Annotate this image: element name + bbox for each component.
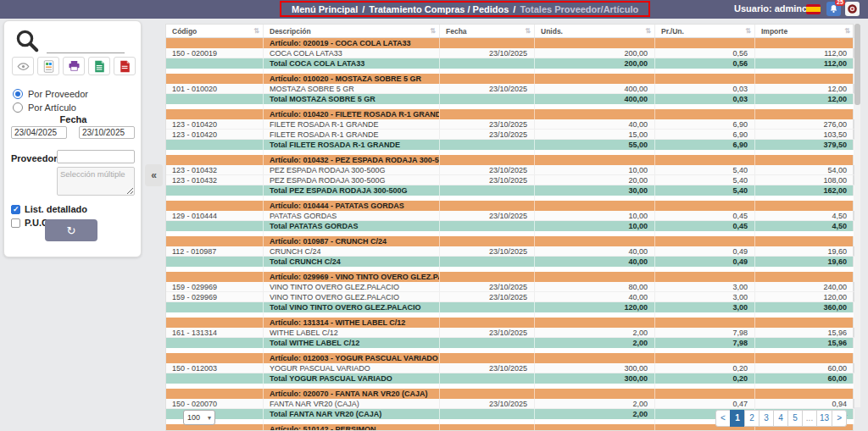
group-total-row: Total PATATAS GORDAS10,000,454,50 — [166, 221, 853, 231]
sort-icon[interactable]: ⇅ — [745, 27, 751, 35]
cell — [166, 338, 264, 348]
cell — [535, 155, 655, 165]
app-logo-button[interactable] — [845, 2, 860, 16]
cell — [535, 424, 655, 430]
page-size-value: 100 — [187, 413, 200, 422]
sort-icon[interactable]: ⇅ — [430, 27, 436, 35]
page-button-2[interactable]: 2 — [744, 410, 760, 427]
date-to-input[interactable] — [79, 126, 135, 139]
table-row[interactable]: 123 - 010420FILETE ROSADA R-1 GRANDE23/1… — [166, 119, 853, 130]
table-row[interactable]: 150 - 020019COCA COLA LATA3323/10/202520… — [166, 48, 853, 58]
eye-icon — [17, 60, 30, 73]
cell: 40,00 — [535, 119, 655, 130]
cell — [755, 201, 854, 211]
cell: 112,00 — [755, 48, 854, 58]
table-row[interactable]: 150 - 012003YOGUR PASCUAL VARIADO23/10/2… — [166, 363, 853, 373]
table-row[interactable]: 123 - 010432PEZ ESPADA RODAJA 300-500G23… — [166, 175, 853, 185]
column-header-5[interactable]: Pr./Un.⇅ — [655, 25, 755, 37]
search-input[interactable] — [47, 36, 125, 53]
cell: 129 - 010444 — [166, 211, 264, 221]
radio-label: Por Proveedor — [28, 89, 88, 99]
page-button-4[interactable]: 4 — [773, 410, 788, 427]
date-from-input[interactable] — [11, 126, 67, 139]
radio-por-articulo[interactable]: Por Artículo — [13, 102, 76, 113]
collapse-sidebar-button[interactable]: « — [145, 164, 163, 186]
page-button-3[interactable]: 3 — [759, 410, 774, 427]
multi-select-textarea[interactable] — [57, 167, 135, 196]
cell: 0,49 — [655, 246, 755, 257]
cell: 150 - 012003 — [166, 363, 264, 373]
sort-icon[interactable]: ⇅ — [844, 27, 850, 35]
spain-flag-icon[interactable] — [806, 4, 821, 14]
page-button-13[interactable]: 13 — [816, 410, 832, 427]
proveedor-input[interactable] — [57, 150, 135, 163]
group-total-row: Total YOGUR PASCUAL VARIADO300,000,2060,… — [166, 373, 853, 384]
print-button[interactable] — [63, 57, 85, 75]
cell: Artículo: 510142 - PERSIMON — [264, 424, 440, 430]
cell: 0,49 — [655, 257, 755, 267]
column-header-6[interactable]: Importe⇅ — [755, 25, 854, 37]
sort-icon[interactable]: ⇅ — [645, 27, 651, 35]
cell: Artículo: 020070 - FANTA NAR VR20 (CAJA) — [264, 389, 440, 399]
table-row[interactable]: 101 - 010020MOSTAZA SOBRE 5 GR23/10/2025… — [166, 84, 853, 94]
cell: 101 - 010020 — [166, 84, 264, 94]
table-row[interactable]: 161 - 131314WITHE LABEL C/1223/10/20252,… — [166, 328, 853, 338]
sort-icon[interactable]: ⇅ — [525, 27, 531, 35]
table-row[interactable]: 129 - 010444PATATAS GORDAS23/10/202510,0… — [166, 211, 853, 221]
cell — [440, 38, 535, 48]
cell: 80,00 — [535, 282, 655, 292]
table-row[interactable]: 123 - 010420FILETE ROSADA R-1 GRANDE23/1… — [166, 130, 853, 140]
prev-page-button[interactable]: < — [715, 410, 731, 427]
group-total-row: Total PEZ ESPADA RODAJA 300-500G30,005,4… — [166, 185, 853, 196]
column-header-3[interactable]: Fecha⇅ — [440, 25, 535, 37]
column-header-4[interactable]: Unids.⇅ — [535, 25, 655, 37]
table-row[interactable]: 150 - 020070FANTA NAR VR20 (CAJA)23/10/2… — [166, 399, 853, 409]
page-button-1[interactable]: 1 — [730, 410, 745, 427]
next-page-button[interactable]: > — [832, 410, 847, 427]
page-size-select[interactable]: 100 ▾ — [183, 410, 215, 425]
column-header-2[interactable]: Descripción⇅ — [264, 25, 440, 37]
cell: Artículo: 010444 - PATATAS GORDAS — [264, 201, 440, 211]
export-pdf-button[interactable] — [114, 57, 136, 75]
export-excel-button[interactable] — [88, 57, 110, 75]
cell: 112 - 010987 — [166, 246, 264, 257]
export-doc-button[interactable] — [37, 57, 59, 75]
page-button-5[interactable]: 5 — [787, 410, 803, 427]
article-group-header: Artículo: 010020 - MOSTAZA SOBRE 5 GR — [166, 74, 853, 84]
vertical-scrollbar[interactable] — [854, 24, 860, 407]
radio-por-proveedor[interactable]: Por Proveedor — [13, 89, 88, 99]
view-button[interactable] — [12, 57, 34, 75]
scrollbar-thumb[interactable] — [854, 24, 860, 105]
table-row[interactable]: 123 - 010432PEZ ESPADA RODAJA 300-500G23… — [166, 165, 853, 175]
breadcrumb-item-tratamiento-compras-pedidos[interactable]: Tratamiento Compras / Pedidos — [369, 4, 509, 14]
group-total-row: Total WITHE LABEL C/122,007,9815,96 — [166, 338, 853, 348]
cell — [440, 94, 535, 104]
cell — [655, 155, 755, 165]
cell: 15,96 — [755, 338, 854, 348]
cell — [166, 353, 264, 363]
cell: 10,00 — [535, 165, 655, 175]
cell: FILETE ROSADA R-1 GRANDE — [264, 130, 440, 140]
cell — [166, 257, 264, 267]
checkbox-list-detallado[interactable]: List. detallado — [11, 204, 87, 214]
cell: Artículo: 012003 - YOGUR PASCUAL VARIADO — [264, 353, 440, 363]
cell: CRUNCH C/24 — [264, 246, 440, 257]
refresh-button[interactable]: ↻ — [45, 219, 97, 241]
cell — [166, 221, 264, 231]
table-row[interactable]: 112 - 010987CRUNCH C/2423/10/202540,000,… — [166, 246, 853, 257]
cell: 379,50 — [755, 140, 854, 150]
sort-icon[interactable]: ⇅ — [253, 27, 259, 35]
column-header-1[interactable]: Código⇅ — [166, 25, 264, 37]
cell — [755, 38, 854, 48]
cell: 240,00 — [755, 282, 854, 292]
cell: 5,40 — [655, 185, 755, 196]
table-row[interactable]: 159 - 029969VINO TINTO OVERO GLEZ.PALACI… — [166, 282, 853, 292]
cell: Artículo: 029969 - VINO TINTO OVERO GLEZ… — [264, 272, 440, 282]
cell: 10,00 — [535, 211, 655, 221]
cell: 6,90 — [655, 119, 755, 130]
cell — [166, 94, 264, 104]
cell: 120,00 — [755, 292, 854, 302]
breadcrumb-item-menu-principal[interactable]: Menú Principal — [292, 4, 358, 14]
cell — [535, 236, 655, 246]
table-row[interactable]: 159 - 029969VINO TINTO OVERO GLEZ.PALACI… — [166, 292, 853, 302]
